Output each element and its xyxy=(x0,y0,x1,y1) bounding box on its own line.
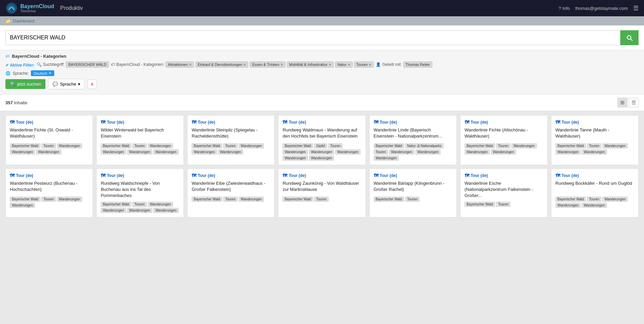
card-type: 🗺 Tour (de) xyxy=(555,173,634,178)
search-bar xyxy=(0,25,644,50)
card-item[interactable]: 🗺 Tour (de)Wanderlinie Tanne (Mauth - Wa… xyxy=(551,115,639,165)
map-icon: 🗺 xyxy=(101,173,105,178)
card-item[interactable]: 🗺 Tour (de)Wilder Winterwald bei Bayeris… xyxy=(96,115,184,165)
info-link[interactable]: ? Info xyxy=(559,6,570,11)
card-item[interactable]: 🗺 Tour (de)Wanderlinie Fichte (St. Oswal… xyxy=(5,115,93,165)
card-type: 🗺 Tour (de) xyxy=(555,120,634,125)
card-item[interactable]: 🗺 Tour (de)Rundweg Zaunkönig - Von Waldh… xyxy=(278,168,366,217)
lang-row: 🌐 Sprache: Deutsch ✕ xyxy=(5,70,639,76)
filter-area: 🏷 BayernCloud - Kategorien ✔ Aktive Filt… xyxy=(0,50,644,94)
geteilt-chip[interactable]: Thomas Reiter xyxy=(403,61,432,68)
card-tag: Natur- & Nationalparks xyxy=(405,143,444,148)
card-item[interactable]: 🗺 Tour (de)Wanderlinie Steinpilz (Spiege… xyxy=(187,115,275,165)
logo-main: BayernCloud xyxy=(20,3,54,10)
card-tag: Wanderungen xyxy=(335,149,360,155)
card-title: Wanderlinie Bärlapp (Klingenbrunn - Groß… xyxy=(374,180,452,194)
card-tag: Touren xyxy=(587,197,602,202)
card-tag: Wanderungen xyxy=(127,149,152,155)
card-type: 🗺 Tour (de) xyxy=(465,120,543,125)
card-item[interactable]: 🗺 Tour (de)Wanderlinie Esche (Nationalpa… xyxy=(460,168,548,217)
card-tag: Touren xyxy=(223,143,238,148)
card-tag: Bayerischer Wald xyxy=(465,143,495,148)
card-type: 🗺 Tour (de) xyxy=(101,120,179,125)
card-item[interactable]: 🗺 Tour (de)Rundweg Waldmaus - Wanderung … xyxy=(278,115,366,165)
card-tag: Touren xyxy=(132,143,147,148)
card-item[interactable]: 🗺 Tour (de)Wanderlinie Fichte (Altschöna… xyxy=(460,115,548,165)
card-tag: Bayerischer Wald xyxy=(282,197,313,202)
card-tag: Touren xyxy=(587,143,602,148)
card-title: Wanderlinie Fichte (St. Oswald - Waldhäu… xyxy=(10,127,89,141)
card-type: 🗺 Tour (de) xyxy=(282,120,361,125)
chip-touren[interactable]: Touren ✕ xyxy=(354,61,374,68)
card-title: Wanderlinie Fichte (Altschönau - Waldhäu… xyxy=(465,127,543,141)
card-tags: Bayerischer WaldTourenWanderungenWanderu… xyxy=(10,197,89,208)
card-title: Wanderlinie Eibe (Zwieslerwaldhaus - Gro… xyxy=(192,180,270,194)
results-label: Inhalte xyxy=(14,100,27,105)
card-tag: Wanderungen xyxy=(602,197,627,202)
card-tags: Bayerischer WaldTouren xyxy=(465,202,543,207)
app-name: Produktiv xyxy=(60,5,83,11)
sprache-button[interactable]: 💬 Sprache ▾ xyxy=(48,79,84,89)
map-icon: 🗺 xyxy=(192,173,196,178)
question-icon: ? xyxy=(559,6,561,11)
hamburger-icon[interactable]: ☰ xyxy=(633,4,639,12)
list-view-button[interactable]: ☰ xyxy=(629,98,639,107)
card-tag: Bayerischer Wald xyxy=(374,197,404,202)
chip-mobilitaet[interactable]: Mobilität & Infrastruktur ✕ xyxy=(287,61,334,68)
card-tag: Bayerischer Wald xyxy=(555,197,586,202)
chip-essen[interactable]: Essen & Trinken ✕ xyxy=(250,61,285,68)
card-tag: Wanderungen xyxy=(148,143,173,148)
card-tag: Wanderungen xyxy=(10,203,35,208)
chip-attraktionen[interactable]: Attraktionen ✕ xyxy=(165,61,194,68)
map-icon: 🗺 xyxy=(555,120,560,125)
logo-sub: Tourismus xyxy=(20,9,54,13)
view-toggle: ⊞ ☰ xyxy=(618,98,639,107)
card-tag: Wanderungen xyxy=(36,149,61,155)
results-count-area: 357 Inhalte xyxy=(5,100,27,105)
map-icon: 🗺 xyxy=(555,173,560,178)
card-tags: Bayerischer WaldTourenWanderungenWanderu… xyxy=(192,143,270,155)
card-tag: Wanderungen xyxy=(127,208,152,213)
card-tag: Wanderungen xyxy=(282,156,308,161)
chip-natur[interactable]: Natur ✕ xyxy=(335,61,353,68)
card-tag: Wanderungen xyxy=(389,149,414,155)
card-tag: Wanderungen xyxy=(415,149,441,155)
breadcrumb-label[interactable]: Dashboard xyxy=(13,18,35,23)
grid-view-button[interactable]: ⊞ xyxy=(618,98,627,107)
card-tag: Wanderungen xyxy=(101,149,126,155)
card-tag: Touren xyxy=(496,202,511,207)
lang-remove[interactable]: ✕ xyxy=(48,71,52,75)
search-button[interactable] xyxy=(620,30,639,45)
card-item[interactable]: 🗺 Tour (de)Rundweg Bockkäfer - Rund um G… xyxy=(551,168,639,217)
card-tag: Wanderungen xyxy=(148,202,173,207)
speech-bubble-icon: 💬 xyxy=(53,82,58,87)
geteilt-group: 👤 Geteilt mit: Thomas Reiter xyxy=(376,61,432,68)
suchbegriff-chip[interactable]: BAYERISCHER WALD xyxy=(66,61,109,68)
card-tag: Touren xyxy=(374,149,388,155)
card-tags: Bayerischer WaldTourenWanderungenWanderu… xyxy=(10,143,89,155)
lang-chip[interactable]: Deutsch ✕ xyxy=(31,70,54,76)
card-item[interactable]: 🗺 Tour (de)Wanderlinie Linde (Bayerisch … xyxy=(369,115,457,165)
card-tags: Bayerischer WaldTourenWanderungenWanderu… xyxy=(101,143,179,155)
card-item[interactable]: 🗺 Tour (de)Rundweg Waldschnepfe - Von Bu… xyxy=(96,168,184,217)
chip-einkauf[interactable]: Einkauf & Dienstleistungen ✕ xyxy=(195,61,248,68)
clear-button[interactable]: × xyxy=(87,79,97,89)
card-tag: Bayerischer Wald xyxy=(101,143,131,148)
logo[interactable]: BayernCloud Tourismus xyxy=(5,2,54,14)
search-now-button[interactable]: 🔍 jetzt suchen xyxy=(5,79,45,89)
user-email: thomas@getstaymate.com xyxy=(575,6,628,11)
card-item[interactable]: 🗺 Tour (de)Wanderlinie Eibe (Zwieslerwal… xyxy=(187,168,275,217)
card-title: Wanderlinie Tanne (Mauth - Waldhäuser) xyxy=(555,127,634,141)
card-item[interactable]: 🗺 Tour (de)Wanderlinie Pestwurz (Buchena… xyxy=(5,168,93,217)
search-input[interactable] xyxy=(5,30,620,45)
folder-icon: 📁 xyxy=(5,18,11,23)
card-tag: Wanderungen xyxy=(10,149,35,155)
kategorien-prefix: BayernCloud - Kategorien: xyxy=(116,62,164,67)
action-row: 🔍 jetzt suchen 💬 Sprache ▾ × xyxy=(5,79,639,92)
kategorien-group: 🏷 BayernCloud - Kategorien: Attraktionen… xyxy=(111,61,374,68)
card-tag: Bayerischer Wald xyxy=(101,202,131,207)
card-item[interactable]: 🗺 Tour (de)Wanderlinie Bärlapp (Klingenb… xyxy=(369,168,457,217)
card-tag: Bayerischer Wald xyxy=(282,143,313,148)
card-title: Wanderlinie Pestwurz (Buchenau - Hochsch… xyxy=(10,180,89,194)
card-title: Rundweg Zaunkönig - Von Waldhäuser zur M… xyxy=(282,180,361,194)
